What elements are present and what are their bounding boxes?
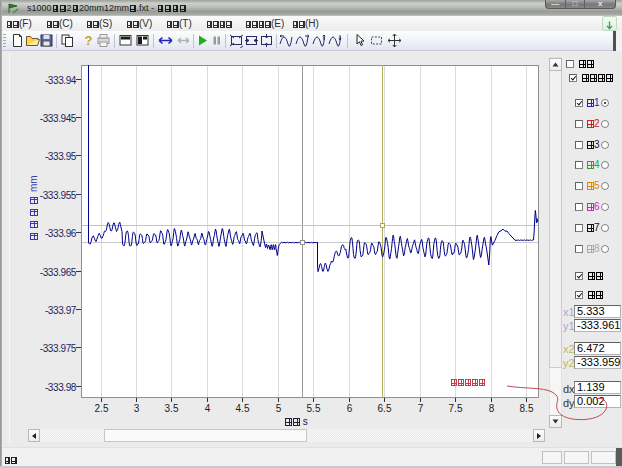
svg-text:?: ? — [85, 33, 93, 48]
